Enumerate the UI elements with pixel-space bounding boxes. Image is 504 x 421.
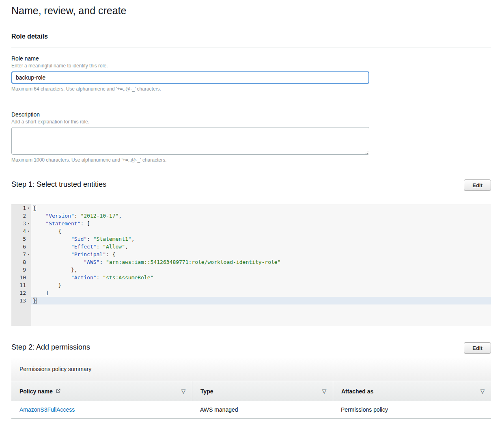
editor-code-line[interactable]: }	[31, 281, 491, 289]
editor-code-line[interactable]: {	[31, 227, 491, 235]
step1-heading: Step 1: Select trusted entities	[11, 179, 106, 189]
column-label: Policy name	[19, 388, 53, 395]
fold-spacer	[26, 243, 31, 250]
step2-heading: Step 2: Add permissions	[11, 342, 90, 352]
editor-code-line[interactable]: "Effect": "Allow",	[31, 243, 491, 250]
editor-line-number: 12	[11, 289, 31, 297]
filter-triangle-icon[interactable]: ▽	[322, 389, 326, 394]
attached-as-cell: Permissions policy	[333, 406, 491, 413]
editor-line-number: 10	[11, 274, 31, 281]
filter-triangle-icon[interactable]: ▽	[181, 389, 185, 394]
editor-code-line[interactable]: "Action": "sts:AssumeRole"	[31, 274, 491, 281]
fold-arrow-icon[interactable]: ▾	[26, 204, 31, 212]
external-link-icon	[56, 388, 61, 395]
editor-line-number: 3▾	[11, 220, 31, 227]
role-details-divider	[11, 47, 491, 48]
editor-line-number: 2	[11, 212, 31, 220]
policy-name-link[interactable]: AmazonS3FullAccess	[19, 406, 75, 413]
role-name-label: Role name	[11, 55, 491, 62]
editor-line-number: 13	[11, 297, 31, 304]
editor-code-line[interactable]: "AWS": "arn:aws:iam::541263489771:role/w…	[31, 258, 491, 266]
fold-spacer	[26, 258, 31, 266]
editor-gutter: 1▾23▾4▾567▾8910111213	[11, 204, 31, 326]
fold-arrow-icon[interactable]: ▾	[26, 250, 31, 258]
editor-code: { "Version": "2012-10-17", "Statement": …	[31, 204, 491, 326]
editor-line-number: 8	[11, 258, 31, 266]
editor-line-number: 1▾	[11, 204, 31, 212]
fold-spacer	[26, 235, 31, 243]
editor-code-line[interactable]: "Statement": [	[31, 220, 491, 227]
permissions-table-body: AmazonS3FullAccessAWS managedPermissions…	[11, 401, 491, 419]
editor-code-line[interactable]: ]	[31, 289, 491, 297]
editor-line-number: 11	[11, 281, 31, 289]
role-details-heading: Role details	[11, 32, 491, 41]
editor-line-number: 4▾	[11, 227, 31, 235]
permissions-panel-title: Permissions policy summary	[19, 366, 91, 372]
fold-spacer	[26, 289, 31, 297]
column-header-attached-as: Attached as▽	[333, 381, 491, 401]
role-name-help: Enter a meaningful name to identify this…	[11, 63, 491, 69]
editor-line-number: 6	[11, 243, 31, 250]
trust-policy-json-editor[interactable]: 1▾23▾4▾567▾8910111213 { "Version": "2012…	[11, 204, 491, 326]
policy-name-cell: AmazonS3FullAccess	[11, 406, 192, 413]
table-row: AmazonS3FullAccessAWS managedPermissions…	[11, 401, 491, 419]
editor-code-line[interactable]: }	[31, 297, 491, 304]
policy-type-cell: AWS managed	[192, 406, 333, 413]
fold-spacer	[26, 212, 31, 220]
editor-line-number: 5	[11, 235, 31, 243]
column-label: Type	[200, 388, 213, 395]
column-header-type: Type▽	[192, 381, 333, 401]
column-header-policy-name: Policy name▽	[11, 381, 192, 401]
fold-spacer	[26, 297, 31, 304]
fold-spacer	[26, 281, 31, 289]
description-help: Add a short explanation for this role.	[11, 119, 491, 125]
description-constraint: Maximum 1000 characters. Use alphanumeri…	[11, 157, 491, 163]
fold-spacer	[26, 266, 31, 274]
editor-code-line[interactable]: {	[31, 204, 491, 212]
editor-line-number: 9	[11, 266, 31, 274]
fold-spacer	[26, 274, 31, 281]
permissions-table-header: Policy name▽Type▽Attached as▽	[11, 381, 491, 401]
fold-arrow-icon[interactable]: ▾	[26, 227, 31, 235]
fold-arrow-icon[interactable]: ▾	[26, 220, 31, 227]
column-label: Attached as	[341, 388, 373, 395]
name-review-create-page: Name, review, and create Role details Ro…	[0, 0, 504, 419]
editor-code-line[interactable]: "Principal": {	[31, 250, 491, 258]
edit-trusted-entities-button[interactable]: Edit	[464, 179, 491, 191]
role-name-input[interactable]	[11, 71, 369, 84]
edit-permissions-button[interactable]: Edit	[464, 342, 491, 354]
editor-code-line[interactable]: },	[31, 266, 491, 274]
permissions-policy-summary-header: Permissions policy summary	[11, 357, 491, 381]
editor-code-line[interactable]: "Version": "2012-10-17",	[31, 212, 491, 220]
editor-caret	[37, 298, 37, 304]
description-label: Description	[11, 111, 491, 118]
description-textarea[interactable]	[11, 127, 369, 155]
role-name-constraint: Maximum 64 characters. Use alphanumeric …	[11, 86, 491, 92]
filter-triangle-icon[interactable]: ▽	[480, 389, 485, 394]
editor-line-number: 7▾	[11, 250, 31, 258]
editor-code-line[interactable]: "Sid": "Statement1",	[31, 235, 491, 243]
page-title: Name, review, and create	[11, 4, 491, 17]
